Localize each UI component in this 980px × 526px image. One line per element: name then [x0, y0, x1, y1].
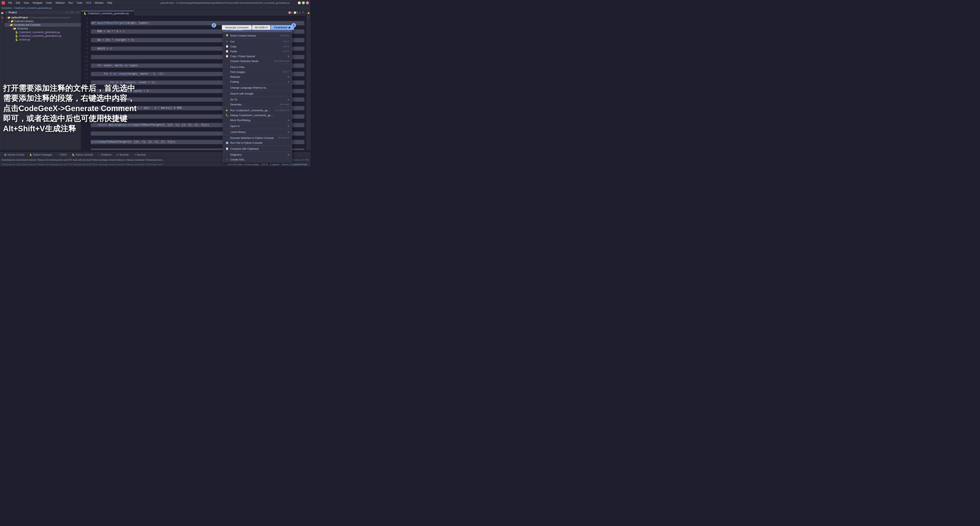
close-button[interactable]	[306, 2, 309, 4]
ctx-run-file-icon: ⬤	[225, 141, 229, 145]
python-console-icon: 🐍	[72, 153, 75, 156]
project-icon-settings[interactable]: ⚙	[71, 11, 73, 14]
ctx-open-in-arrow: ▶	[288, 125, 290, 127]
panel-tab-version-control[interactable]: ⬤ Version Control	[2, 153, 27, 157]
ctx-item-paste[interactable]: 📋 Paste Ctrl+V	[223, 49, 292, 54]
menu-refactor[interactable]: Refactor	[54, 1, 67, 5]
ctx-item-run-file-console[interactable]: ⬤ Run File in Python Console	[223, 140, 292, 145]
ctx-item-find-files[interactable]: Find in Files	[223, 65, 292, 70]
menu-navigate[interactable]: Navigate	[31, 1, 44, 5]
bottom-encoding[interactable]: UTF-8	[261, 163, 267, 165]
project-icon-collapse[interactable]: ↕	[69, 11, 70, 14]
ctx-item-more-run[interactable]: More Run/Debug ▶	[223, 118, 292, 122]
sidebar-icon-structure[interactable]: ≡	[0, 20, 4, 24]
panel-tab-pp-label: Python Packages	[33, 153, 52, 156]
panel-tab-todo[interactable]: ≡ TODO	[55, 153, 69, 157]
project-icon-locate[interactable]: ⊙	[66, 11, 68, 14]
ctx-item-change-lang[interactable]: Change Language (Python) to...	[223, 85, 292, 90]
ctx-paste-label: Paste	[230, 50, 282, 53]
ctx-goto-label: Go To	[230, 98, 286, 101]
ctx-item-search-google[interactable]: Search with Google	[223, 91, 292, 96]
ctx-generate-shortcut: Alt+Insert	[280, 103, 290, 106]
error-nav-up[interactable]: ▲	[299, 11, 301, 14]
ctx-item-generate[interactable]: Generate... Alt+Insert	[223, 102, 292, 107]
ctx-item-find-usages[interactable]: Find Usages Alt+F7	[223, 70, 292, 74]
tree-item-root[interactable]: ▾ 📂 pythonProject C:\Users\zhangy85\Pych…	[5, 16, 81, 19]
project-icon-close[interactable]: ✕	[77, 11, 79, 14]
menu-vcs[interactable]: VCS	[84, 1, 93, 5]
ctx-cut-shortcut: Ctrl+X	[283, 40, 290, 43]
panel-tab-python-console[interactable]: 🐍 Python Console	[70, 153, 95, 157]
ctx-item-show-context[interactable]: 💡 Show Context Actions Alt+Enter	[223, 33, 292, 38]
error-icon: ⬤	[288, 11, 291, 14]
menu-file[interactable]: File	[6, 1, 14, 5]
minimize-button[interactable]	[298, 2, 301, 4]
menu-code[interactable]: Code	[45, 1, 54, 5]
ctx-item-copy[interactable]: 📋 Copy Ctrl+C	[223, 44, 292, 49]
tree-scratch-label: scratch.py	[19, 38, 30, 41]
codegee-tab-label: CodeGeeX	[274, 26, 288, 29]
ctx-item-diagrams[interactable]: Diagrams ▶	[223, 152, 292, 157]
ctx-item-copy-paste-special[interactable]: 📋 Copy / Paste Special ▶	[223, 54, 292, 59]
ctx-item-exec-selection[interactable]: Execute Selection in Python Console Alt+…	[223, 135, 292, 140]
tree-item-ext-libs[interactable]: ▶ 📁 External Libraries	[5, 19, 81, 23]
sidebar-icon-project[interactable]: 📁	[0, 11, 4, 15]
panel-tab-python-packages[interactable]: 🐍 Python Packages	[27, 153, 54, 157]
panel-tab-terminal[interactable]: ▶ Terminal	[115, 153, 131, 157]
panel-tab-pc-label: Python Console	[76, 153, 93, 156]
project-icon-gear[interactable]: ⋯	[74, 11, 76, 14]
breadcrumb-item-scratches[interactable]: Scratches	[2, 7, 12, 9]
ctx-open-in-label: Open In	[230, 124, 286, 128]
ctx-item-local-history[interactable]: Local History ▶	[223, 129, 292, 134]
right-icon-notifications[interactable]: 🔔	[307, 11, 310, 15]
ctx-section-open-in: Open In ▶	[223, 123, 292, 129]
ctx-item-create-gist[interactable]: ⊙ Create Gist...	[223, 157, 292, 162]
error-nav-down[interactable]: ▼	[302, 11, 304, 14]
ctx-item-folding[interactable]: Folding ▶	[223, 79, 292, 84]
bottom-position[interactable]: 4:14 (476 chars, 15 line breaks)	[228, 163, 259, 165]
right-icon-codegee[interactable]: G	[307, 16, 310, 19]
ctx-item-refactor[interactable]: Refactor ▶	[223, 74, 292, 79]
panel-tab-services[interactable]: ⚙ Services	[131, 153, 148, 157]
menu-help[interactable]: Help	[106, 1, 114, 5]
problems-icon: ⚠	[98, 153, 100, 156]
ctx-exec-icon	[225, 136, 229, 140]
ctx-section-run: ▶ Run 'CodeGeeX_comments_ge...' Ctrl+Shi…	[223, 107, 292, 123]
breadcrumb-item-file[interactable]: CodeGeeX_comments_generation.py	[14, 7, 52, 9]
ctx-run-file-label: Run File in Python Console	[230, 141, 290, 145]
tree-item-codegee-file1[interactable]: 🐍 CodeGeeX_comments_generation.py	[5, 30, 81, 34]
editor-tab-active[interactable]: 🐍 CodeGeeX_comments_generation.py ×	[81, 11, 134, 16]
codegee-tab[interactable]: CodeGeeX ▶ 1	[271, 25, 294, 30]
ctx-item-open-in[interactable]: Open In ▶	[223, 124, 292, 129]
ctx-context-shortcut: Alt+Enter	[280, 34, 290, 37]
ctx-item-cut[interactable]: ✂ Cut Ctrl+X	[223, 39, 292, 44]
tree-item-scratches-consoles[interactable]: ▾ 📂 Scratches and Consoles	[5, 23, 81, 27]
ctx-item-run[interactable]: ▶ Run 'CodeGeeX_comments_ge...' Ctrl+Shi…	[223, 108, 292, 113]
ctx-item-compare-clipboard[interactable]: 📋 Compare with Clipboard	[223, 146, 292, 151]
ctx-copy-shortcut: Ctrl+C	[283, 45, 290, 48]
menu-edit[interactable]: Edit	[14, 1, 22, 5]
ctx-item-debug[interactable]: 🐛 Debug 'CodeGeeX_comments_ge...'	[223, 113, 292, 118]
tab-close-icon[interactable]: ×	[130, 13, 131, 15]
sidebar-icon-bookmark[interactable]: 🔖	[0, 16, 4, 19]
ctx-find-files-icon	[225, 65, 229, 68]
panel-tab-problems[interactable]: ⚠ Problems	[96, 153, 114, 157]
menu-window[interactable]: Window	[93, 1, 105, 5]
menu-view[interactable]: View	[22, 1, 31, 5]
bottom-python[interactable]: Python 3.10 (pythonProje...	[282, 163, 309, 165]
tree-item-scratch[interactable]: 🐍 scratch.py	[5, 38, 81, 41]
ctx-item-column-mode[interactable]: Column Selection Mode Alt+Shift+Insert	[223, 59, 292, 64]
menu-run[interactable]: Run	[67, 1, 75, 5]
badge-1: 1	[291, 23, 296, 27]
bottom-indent[interactable]: 4 spaces	[270, 163, 279, 165]
tree-item-scratches-folder[interactable]: ▾ 📂 Scratches	[5, 27, 81, 30]
ctx-copy-paste-icon: 📋	[225, 54, 229, 58]
maximize-button[interactable]	[302, 2, 305, 4]
tree-item-codegee-file2[interactable]: 🐍 CodeGeeX_comments_generation1.py	[5, 34, 81, 38]
generate-comment-button[interactable]: Generate Comment	[222, 25, 252, 30]
ctx-item-goto[interactable]: Go To ▶	[223, 97, 292, 102]
ctx-lang-label: Change Language (Python) to...	[230, 86, 290, 89]
bottom-info-text: Download pre-built shared indexes: Reduc…	[2, 163, 228, 165]
tab-bar: 🐍 CodeGeeX_comments_generation.py × ⬤ 1 …	[81, 10, 306, 16]
menu-tools[interactable]: Tools	[75, 1, 84, 5]
